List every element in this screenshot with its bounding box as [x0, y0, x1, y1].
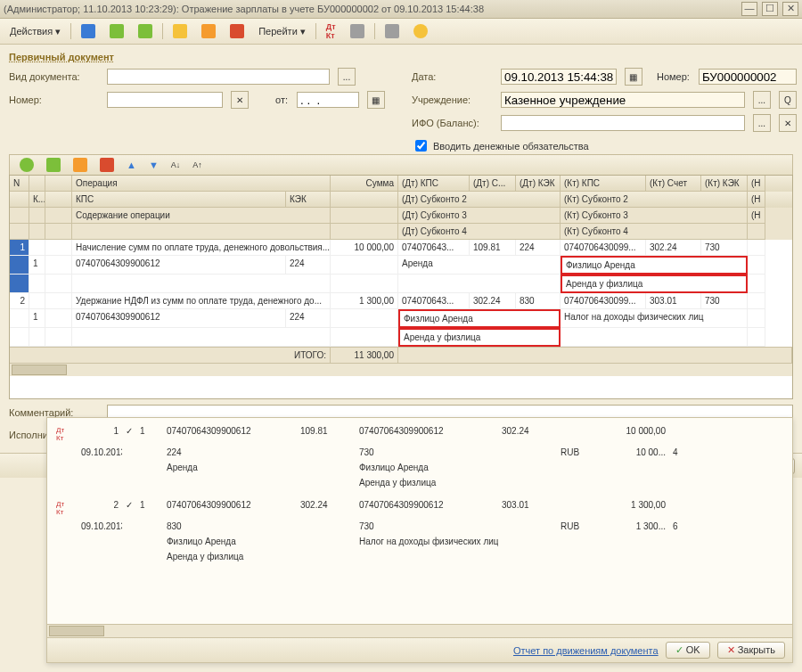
- col-ktkek: (Кт) КЭК: [701, 176, 748, 192]
- col-kps: КПС: [72, 192, 286, 208]
- main-toolbar: Действия ▾ Перейти ▾ ДтКт: [0, 19, 802, 45]
- col-sum: Сумма: [331, 176, 398, 192]
- num-clear-button[interactable]: ✕: [231, 91, 249, 109]
- actions-menu[interactable]: Действия ▾: [5, 23, 65, 40]
- obligations-checkbox[interactable]: [415, 140, 427, 152]
- col-ktkps: (Кт) КПС: [561, 176, 646, 192]
- col-dtkps: (Дт) КПС: [398, 176, 470, 192]
- col-n2: (Н: [748, 176, 765, 192]
- dm-report-link[interactable]: Отчет по движениям документа: [513, 645, 659, 656]
- operations-grid[interactable]: N Операция Сумма (Дт) КПС (Дт) С... (Дт)…: [9, 175, 793, 399]
- total-label: ИТОГО:: [10, 348, 331, 363]
- total-value: 11 300,00: [331, 348, 398, 363]
- number-label: Номер:: [657, 71, 690, 82]
- dm-scrollbar[interactable]: [47, 624, 792, 637]
- col-kek: КЭК: [286, 192, 331, 208]
- col-ktsub4: (Кт) Субконто 4: [561, 224, 748, 240]
- titlebar: (Администратор; 11.10.2013 10:23:29): От…: [0, 0, 802, 19]
- close-button[interactable]: ✕: [782, 2, 798, 16]
- org-input[interactable]: [501, 92, 745, 108]
- sort-desc-icon[interactable]: A↑: [188, 158, 207, 172]
- dm-close-button[interactable]: ✕ Закрыть: [717, 642, 785, 659]
- print-icon[interactable]: [381, 21, 404, 41]
- col-ktsub2: (Кт) Субконто 2: [561, 192, 748, 208]
- maximize-button[interactable]: ☐: [762, 2, 778, 16]
- unpost-icon[interactable]: [197, 21, 220, 41]
- window-title: (Администратор; 11.10.2013 10:23:29): От…: [4, 4, 484, 14]
- number-input[interactable]: [699, 69, 797, 85]
- col-dtsub3: (Дт) Субконто 3: [398, 208, 561, 224]
- goto-label: Перейти: [258, 26, 298, 37]
- dm-ok-button[interactable]: ✓ OK: [666, 642, 710, 659]
- search-icon[interactable]: [346, 21, 369, 41]
- grid-row[interactable]: Аренда у физлица: [10, 275, 792, 293]
- col-soderz: Содержание операции: [72, 208, 331, 224]
- col-dts: (Дт) С...: [470, 176, 516, 192]
- copy-icon[interactable]: [134, 21, 157, 41]
- doctype-select-button[interactable]: ...: [338, 68, 356, 86]
- ifo-select-button[interactable]: ...: [753, 114, 771, 132]
- actions-label: Действия: [10, 26, 53, 37]
- col-dtsub2: (Дт) Субконто 2: [398, 192, 561, 208]
- grid-row[interactable]: 1 07407064309900612 224 Аренда Физлицо А…: [10, 256, 792, 275]
- ifo-input[interactable]: [501, 115, 745, 131]
- dm-row[interactable]: ДтКт 2 ✓ 1 07407064309900612 302.24 0740…: [53, 497, 787, 519]
- col-dtkek: (Дт) КЭК: [516, 176, 561, 192]
- ifo-clear-button[interactable]: ✕: [779, 114, 797, 132]
- col-ktsub3: (Кт) Субконто 3: [561, 208, 748, 224]
- movedown-icon[interactable]: ▼: [144, 157, 163, 173]
- org-open-button[interactable]: Q: [779, 91, 797, 109]
- obligations-label: Вводить денежные обязательства: [433, 141, 589, 152]
- delete-row-icon[interactable]: [95, 155, 119, 175]
- org-select-button[interactable]: ...: [753, 91, 771, 109]
- help-icon[interactable]: [409, 21, 432, 41]
- num-input[interactable]: [107, 92, 223, 108]
- num-label: Номер:: [9, 94, 98, 105]
- grid-row[interactable]: 2 Удержание НДФЛ из сумм по оплате труда…: [10, 293, 792, 309]
- calendar-icon[interactable]: ▦: [367, 91, 385, 109]
- col-ktschet: (Кт) Счет: [646, 176, 701, 192]
- add-row-icon[interactable]: [15, 155, 38, 175]
- dropdown-icon: ▾: [300, 26, 306, 37]
- date-input[interactable]: [501, 69, 617, 85]
- date-label: Дата:: [412, 71, 492, 82]
- horizontal-scrollbar[interactable]: [10, 363, 792, 376]
- save-icon[interactable]: [77, 21, 100, 41]
- grid-toolbar: ▲ ▼ A↓ A↑: [9, 154, 793, 175]
- doctype-input[interactable]: [107, 69, 330, 85]
- refresh-icon[interactable]: [105, 21, 128, 41]
- edit-row-icon[interactable]: [69, 155, 92, 175]
- org-label: Учреждение:: [412, 94, 492, 105]
- dropdown-icon: ▾: [55, 26, 61, 37]
- post-icon[interactable]: [168, 21, 192, 41]
- from-input[interactable]: [297, 92, 359, 108]
- dtk-icon: ДтКт: [53, 499, 78, 517]
- insert-row-icon[interactable]: [42, 155, 65, 175]
- sort-asc-icon[interactable]: A↓: [167, 158, 185, 172]
- moveup-icon[interactable]: ▲: [122, 157, 141, 173]
- grid-row[interactable]: 1 Начисление сумм по оплате труда, денеж…: [10, 240, 792, 256]
- calendar-icon[interactable]: ▦: [625, 68, 642, 86]
- doctype-label: Вид документа:: [9, 71, 98, 82]
- col-n: N: [10, 176, 29, 192]
- minimize-button[interactable]: —: [741, 2, 757, 16]
- dm-row[interactable]: ДтКт 1 ✓ 1 07407064309900612 109.81 0740…: [53, 423, 787, 445]
- delete-icon[interactable]: [225, 21, 249, 41]
- col-dtsub4: (Дт) Субконто 4: [398, 224, 561, 240]
- dtk-icon: ДтКт: [53, 425, 78, 443]
- docmove-panel: ДтКт 1 ✓ 1 07407064309900612 109.81 0740…: [46, 417, 793, 663]
- col-op: Операция: [72, 176, 331, 192]
- grid-row[interactable]: 1 07407064309900612 224 Физлицо Аренда Н…: [10, 309, 792, 328]
- goto-menu[interactable]: Перейти ▾: [254, 23, 310, 40]
- from-label: от:: [275, 94, 288, 105]
- ifo-label: ИФО (Баланс):: [412, 118, 492, 128]
- col-k: К...: [29, 192, 45, 208]
- grid-row[interactable]: Аренда у физлица: [10, 328, 792, 347]
- section-title: Первичный документ: [9, 52, 793, 62]
- dtk-icon[interactable]: ДтКт: [322, 20, 340, 43]
